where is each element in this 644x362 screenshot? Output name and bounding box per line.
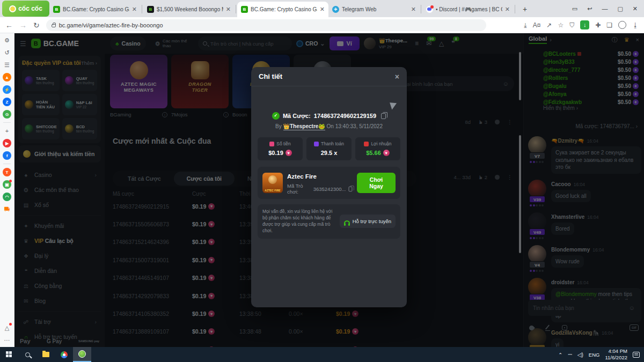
- add-shortcut-icon[interactable]: +: [3, 127, 11, 135]
- back-button[interactable]: ←: [5, 21, 13, 29]
- like-button[interactable]: ☛ 2: [478, 174, 487, 180]
- flame-icon[interactable]: ▲: [3, 73, 11, 82]
- forward-button[interactable]: →: [19, 21, 27, 29]
- bcgame-logo[interactable]: B BC.GAME: [31, 39, 79, 48]
- casino-nav-button[interactable]: ♣ Casino: [110, 36, 146, 50]
- comment-input-pill[interactable]: ☺: [392, 76, 514, 91]
- sidebar-item-casino[interactable]: ♠Casino›: [18, 167, 101, 182]
- bets-tab-active[interactable]: Cược của tôi: [174, 172, 235, 186]
- currency-selector[interactable]: CRO ⌄: [296, 40, 325, 47]
- youtube-icon[interactable]: ▶: [3, 139, 11, 147]
- chrome-taskbar-icon[interactable]: [55, 347, 73, 362]
- chat-emoji-icon[interactable]: ☺: [629, 305, 635, 311]
- minimize-button[interactable]: —: [602, 5, 608, 12]
- tip-row[interactable]: @Afonya$0.50¢: [543, 90, 639, 98]
- browser-tab[interactable]: • Discord | #🎮games | BC G✕: [422, 2, 514, 17]
- url-bar[interactable]: bc.game/vi/game/aztec-fire-by-booongo: [46, 19, 486, 31]
- hamburger-menu-icon[interactable]: ☰: [20, 40, 26, 48]
- provider-name[interactable]: Booon: [232, 112, 247, 117]
- game-card[interactable]: DRAGON TIGER: [171, 55, 229, 108]
- sidebar-toggle-icon[interactable]: ❏: [606, 21, 612, 29]
- download-manager-icon[interactable]: ↓: [580, 20, 589, 29]
- shopee-hat-icon[interactable]: ◠: [3, 193, 11, 201]
- chat-avatar[interactable]: [528, 180, 546, 198]
- tip-row[interactable]: @Rolllers$0.50¢: [543, 74, 639, 82]
- wallet-button[interactable]: Ví: [330, 36, 360, 50]
- chat-avatar[interactable]: [528, 136, 546, 154]
- provider-name[interactable]: BGaming: [110, 112, 131, 117]
- modal-close-icon[interactable]: ×: [395, 72, 399, 81]
- rain-tip-icon[interactable]: [528, 324, 535, 331]
- history-icon[interactable]: ↺: [3, 48, 11, 57]
- file-explorer-icon[interactable]: [36, 347, 55, 362]
- vip-card[interactable]: QUAYtiền thưởng: [62, 70, 97, 91]
- save-page-icon[interactable]: ⤓: [524, 21, 526, 29]
- taskbar-search-icon[interactable]: [18, 347, 36, 362]
- provider-name[interactable]: 7Mojos: [171, 112, 188, 117]
- profile-menu[interactable]: 👑Thespe... VIP 29: [364, 38, 407, 50]
- game-thumbnail[interactable]: AZTEC FIRE: [262, 173, 283, 193]
- show-more-link[interactable]: Hiển thị thêm ›: [543, 105, 578, 111]
- vip-card[interactable]: BCDtiền thưởng: [62, 118, 97, 139]
- game-card[interactable]: AZTEC MAGIC MEGAWAYS: [110, 55, 167, 108]
- profile-icon[interactable]: [618, 21, 626, 29]
- start-button[interactable]: [0, 347, 18, 362]
- mention-link[interactable]: @Blondemommy: [555, 291, 597, 297]
- adblock-shield-icon[interactable]: ⛉: [569, 21, 574, 29]
- tip-row[interactable]: @director_777$0.50¢: [543, 66, 639, 74]
- kebab-menu-icon[interactable]: ⋮: [507, 174, 513, 180]
- lazada-cart-icon[interactable]: ⛟: [3, 205, 11, 213]
- chat-username[interactable]: Cacooo: [551, 181, 571, 187]
- news-feed-icon[interactable]: ☰: [3, 61, 11, 69]
- bookmark-star-icon[interactable]: ☆: [558, 21, 564, 29]
- chat-region-selector[interactable]: Global: [529, 35, 547, 44]
- share-bet-icon[interactable]: [390, 100, 398, 109]
- tip-row[interactable]: @BCLooters$0.50¢: [543, 50, 639, 58]
- tab-close-icon[interactable]: ✕: [132, 6, 137, 13]
- comment-input[interactable]: [398, 81, 503, 87]
- live-support-button[interactable]: Hỗ trợ trực tuyến: [340, 215, 396, 228]
- tab-close-icon[interactable]: ✕: [411, 6, 416, 13]
- taskbar-clock[interactable]: 4:04 PM 11/6/2022: [605, 348, 627, 361]
- reopen-tab-icon[interactable]: ↩: [587, 5, 592, 12]
- network-icon[interactable]: ⎓: [568, 351, 572, 358]
- main-scrollbar[interactable]: [519, 52, 521, 100]
- bell-icon[interactable]: △: [439, 40, 444, 47]
- gif-icon[interactable]: GIF: [630, 324, 639, 331]
- zalo-icon[interactable]: Z: [3, 98, 11, 106]
- mail-icon[interactable]: ✉99: [426, 40, 431, 47]
- tray-expand-icon[interactable]: ⌃: [558, 352, 562, 358]
- coccoc-logo[interactable]: cốc cốc: [2, 1, 49, 17]
- reload-button[interactable]: ↻: [33, 21, 40, 29]
- tip-username[interactable]: @Bugalu: [543, 83, 567, 89]
- bet-table-row[interactable]: 174863714105380352$0.19▼13:38:500.00×$0.…: [113, 305, 515, 322]
- chat-bet-reference[interactable]: Mã cược: 1748736797... ›: [575, 123, 638, 129]
- tab-close-icon[interactable]: ✕: [320, 6, 325, 13]
- tab-preview-icon[interactable]: ▭: [572, 5, 577, 12]
- games-icon[interactable]: G: [3, 110, 11, 119]
- share-icon[interactable]: ↗: [546, 21, 552, 29]
- tip-row[interactable]: @Bugalu$0.50¢: [543, 82, 639, 90]
- chat-avatar[interactable]: [528, 212, 546, 231]
- language-indicator[interactable]: ENG: [589, 352, 600, 358]
- browser-tab[interactable]: BBC.Game: Crypto Casino Gan✕: [237, 2, 328, 17]
- browser-tab[interactable]: B$1,500 Weekend Booongo M✕: [143, 2, 235, 17]
- chat-username[interactable]: Blondemommy: [551, 247, 590, 253]
- sports-nav-button[interactable]: ❂ Các môn thể thao: [150, 36, 194, 50]
- sidebar-item-khuyến-mãi[interactable]: ✦Khuyến mãi: [18, 218, 101, 233]
- settings-gear-icon[interactable]: ⚙: [3, 36, 11, 45]
- tip-username[interactable]: @Rolllers: [543, 75, 568, 81]
- referral-row[interactable]: Giới thiệu và kiếm tiền: [18, 145, 101, 162]
- search-input[interactable]: [210, 41, 287, 47]
- chat-rules-icon[interactable]: [545, 324, 551, 331]
- main-scrollbar[interactable]: [519, 135, 521, 253]
- shop-tiki-icon[interactable]: T: [3, 168, 11, 176]
- volume-icon[interactable]: ◁): [577, 352, 583, 358]
- chat-username[interactable]: Xhamsterlive: [551, 214, 584, 220]
- emoji-icon[interactable]: ☺: [503, 80, 509, 87]
- chat-input[interactable]: [533, 305, 626, 311]
- vip-card[interactable]: SHITCODEtiền thưởng: [22, 118, 60, 139]
- browser-tab[interactable]: BBC.Game: Crypto Casino Gam✕: [49, 2, 141, 17]
- bet-table-row[interactable]: 174863713889109107$0.19▼13:38:480.00×$0.…: [113, 323, 515, 341]
- sidebar-item-câu-lạc-bộ[interactable]: ♛VIP Câu lạc bộ: [18, 233, 101, 248]
